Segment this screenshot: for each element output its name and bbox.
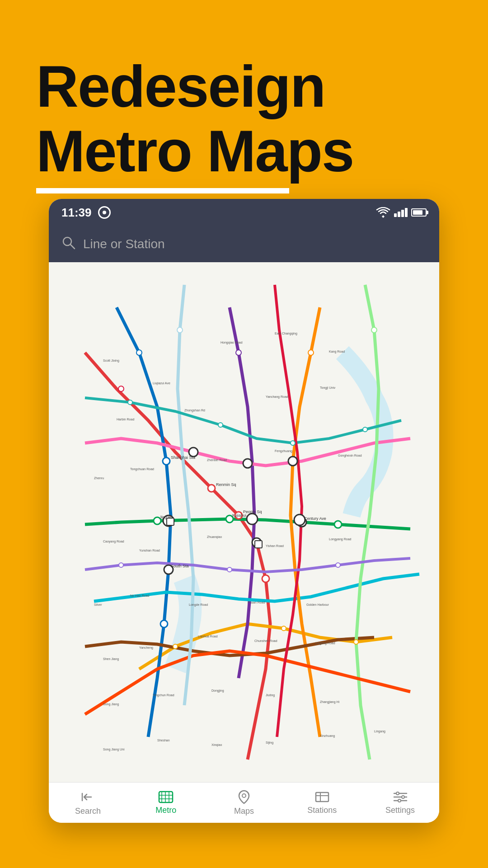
search-nav-icon bbox=[80, 790, 95, 804]
svg-text:Gonghexin Road: Gonghexin Road bbox=[338, 454, 362, 458]
title-underline bbox=[36, 188, 289, 193]
stations-nav-label: Stations bbox=[307, 806, 337, 815]
svg-text:Zhuanqiao: Zhuanqiao bbox=[207, 535, 222, 539]
svg-text:Liujiazui Ave: Liujiazui Ave bbox=[153, 382, 170, 385]
svg-point-73 bbox=[128, 400, 132, 405]
svg-point-74 bbox=[218, 423, 223, 427]
svg-point-91 bbox=[242, 794, 246, 797]
title-area: Redeseign Metro Maps bbox=[0, 0, 488, 212]
svg-text:Shen Jiang: Shen Jiang bbox=[103, 657, 119, 661]
svg-text:Century Ave: Century Ave bbox=[304, 516, 326, 521]
svg-text:Yishan Road: Yishan Road bbox=[266, 544, 284, 547]
svg-text:Dongjing: Dongjing bbox=[211, 689, 224, 693]
svg-point-98 bbox=[396, 792, 399, 795]
phone-mockup: 11:39 bbox=[49, 199, 439, 823]
svg-text:Jiuting: Jiuting bbox=[266, 693, 275, 697]
svg-text:Sijing: Sijing bbox=[266, 741, 273, 745]
svg-line-1 bbox=[70, 245, 75, 249]
svg-text:Xinqiao: Xinqiao bbox=[211, 743, 222, 747]
nav-item-settings[interactable]: Settings bbox=[361, 783, 439, 823]
svg-rect-84 bbox=[167, 518, 174, 525]
maps-nav-icon bbox=[237, 790, 251, 804]
svg-text:Yingchun Road: Yingchun Road bbox=[153, 693, 174, 697]
settings-nav-icon bbox=[393, 791, 408, 803]
svg-text:Zhongshan Rd: Zhongshan Rd bbox=[184, 409, 205, 412]
svg-text:Longyang Road: Longyang Road bbox=[329, 538, 352, 541]
svg-text:Tongchuan Road: Tongchuan Road bbox=[130, 467, 154, 471]
nav-item-maps[interactable]: Maps bbox=[205, 783, 283, 823]
svg-text:Yunshan Road: Yunshan Road bbox=[139, 549, 160, 552]
svg-text:Chunshen Road: Chunshen Road bbox=[254, 639, 277, 642]
svg-text:Kang Road: Kang Road bbox=[329, 350, 345, 354]
svg-point-6 bbox=[262, 575, 269, 582]
metro-nav-label: Metro bbox=[155, 806, 176, 815]
svg-point-75 bbox=[291, 441, 295, 445]
svg-point-80 bbox=[173, 644, 178, 649]
svg-text:Shanghai Sta: Shanghai Sta bbox=[171, 455, 195, 460]
svg-text:Xinzhuang: Xinzhuang bbox=[320, 734, 335, 738]
nav-item-stations[interactable]: Stations bbox=[283, 783, 361, 823]
svg-rect-85 bbox=[159, 792, 173, 802]
svg-text:Silver: Silver bbox=[94, 603, 102, 606]
svg-point-22 bbox=[236, 350, 241, 355]
svg-point-16 bbox=[294, 514, 305, 525]
bottom-nav: Search Metro Maps bbox=[49, 782, 439, 823]
svg-rect-92 bbox=[316, 793, 328, 802]
svg-text:Lingang Road: Lingang Road bbox=[315, 642, 335, 645]
metro-map-area[interactable]: Renmin Sq People Sq Jing'an Xujiahui Cen… bbox=[49, 262, 439, 782]
svg-text:Yancheng: Yancheng bbox=[139, 646, 153, 650]
svg-text:Yanchang Road: Yanchang Road bbox=[266, 395, 288, 399]
svg-text:Golden Harbour: Golden Harbour bbox=[306, 603, 329, 606]
svg-point-77 bbox=[119, 563, 123, 567]
svg-rect-83 bbox=[255, 541, 262, 548]
svg-text:Song Jiang Uni: Song Jiang Uni bbox=[103, 748, 125, 751]
app-title-line2: Metro Maps bbox=[36, 119, 452, 184]
svg-text:Sheshan: Sheshan bbox=[157, 739, 170, 742]
metro-map-svg: Renmin Sq People Sq Jing'an Xujiahui Cen… bbox=[49, 262, 439, 782]
svg-point-81 bbox=[282, 626, 286, 631]
svg-text:Renmin Sq: Renmin Sq bbox=[216, 482, 236, 487]
svg-text:Zhenbei Road: Zhenbei Road bbox=[207, 458, 227, 462]
svg-text:No Hao Road: No Hao Road bbox=[130, 594, 150, 597]
svg-point-25 bbox=[177, 327, 183, 333]
svg-point-13 bbox=[160, 620, 168, 627]
maps-nav-label: Maps bbox=[234, 807, 254, 816]
svg-point-99 bbox=[402, 796, 404, 798]
svg-point-11 bbox=[163, 458, 170, 465]
search-bar[interactable]: Line or Station bbox=[49, 226, 439, 262]
svg-point-18 bbox=[243, 459, 252, 468]
svg-text:East Changqing: East Changqing bbox=[275, 332, 297, 335]
svg-point-21 bbox=[136, 350, 142, 355]
svg-text:Song Jiang: Song Jiang bbox=[103, 703, 119, 706]
search-nav-label: Search bbox=[75, 807, 101, 816]
search-placeholder: Line or Station bbox=[83, 237, 427, 251]
svg-text:Caoyang Road: Caoyang Road bbox=[103, 540, 124, 543]
svg-point-23 bbox=[308, 350, 314, 355]
search-icon bbox=[61, 236, 76, 253]
svg-text:South Sta: South Sta bbox=[171, 564, 189, 568]
stations-nav-icon bbox=[314, 791, 330, 803]
svg-point-15 bbox=[247, 514, 258, 524]
svg-text:Zhenru: Zhenru bbox=[94, 476, 104, 480]
svg-text:Zhangjiang Hi: Zhangjiang Hi bbox=[320, 700, 340, 704]
app-title-line1: Redeseign bbox=[36, 54, 452, 119]
svg-text:Lianhua Road: Lianhua Road bbox=[198, 635, 218, 638]
svg-text:Scott Jixing: Scott Jixing bbox=[103, 359, 119, 363]
metro-nav-icon bbox=[158, 791, 174, 803]
svg-text:Tongji Univ: Tongji Univ bbox=[320, 386, 336, 390]
svg-text:Hongqiao Road: Hongqiao Road bbox=[221, 341, 243, 344]
nav-item-search[interactable]: Search bbox=[49, 783, 127, 823]
metro-map-container: Renmin Sq People Sq Jing'an Xujiahui Cen… bbox=[49, 262, 439, 782]
svg-text:Longde Road: Longde Road bbox=[189, 603, 208, 607]
svg-point-78 bbox=[227, 567, 232, 572]
svg-point-10 bbox=[334, 521, 342, 528]
svg-text:Lingang: Lingang bbox=[374, 730, 385, 733]
svg-text:Harbin Road: Harbin Road bbox=[117, 418, 134, 421]
svg-point-82 bbox=[354, 640, 358, 644]
nav-item-metro[interactable]: Metro bbox=[127, 783, 205, 823]
svg-text:Fengzhuang: Fengzhuang bbox=[275, 449, 292, 453]
svg-point-20 bbox=[118, 386, 124, 392]
svg-point-3 bbox=[208, 485, 215, 492]
svg-point-19 bbox=[288, 457, 297, 466]
svg-point-79 bbox=[336, 563, 340, 567]
